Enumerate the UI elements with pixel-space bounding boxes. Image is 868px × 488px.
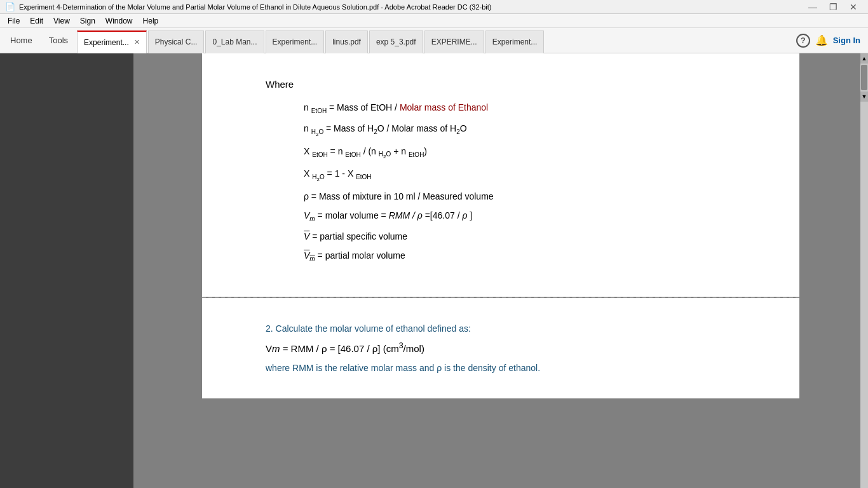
instruction-text: 2. Calculate the molar volume of ethanol… [266,323,749,334]
minimize-button[interactable]: — [803,0,822,14]
help-icon[interactable]: ? [796,34,810,48]
var-netoh: n EtOH = Mass of EtOH / Molar mass of Et… [304,102,488,114]
formula-line-1: n EtOH = Mass of EtOH / Molar mass of Et… [266,102,749,114]
var-vm: Vm = molar volume = RMM / ρ =[46.07 / ρ … [304,210,472,222]
tab-experime[interactable]: EXPERIME... [424,30,484,53]
tab-label: 0_Lab Man... [212,37,257,46]
var-vbar: V = partial specific volume [304,231,407,241]
titlebar-title: Experiment 4-Determination of the Molar … [19,3,492,11]
scroll-up-button[interactable]: ▲ [860,53,868,64]
toolbar-right: ? 🔔 Sign In [796,34,865,48]
tab-label: exp 5_3.pdf [376,37,416,46]
tab-experiment3[interactable]: Experiment... [485,30,545,53]
tab-label: EXPERIME... [431,37,477,46]
var-nh2o: n H2O = Mass of H2O / Molar mass of H2O [304,123,467,137]
app-icon: 📄 [5,2,15,11]
titlebar-buttons: — ❐ ✕ [803,0,863,14]
tab-exp53[interactable]: exp 5_3.pdf [369,30,423,53]
tab-labman[interactable]: 0_Lab Man... [205,30,264,53]
formula-line-5: ρ = Mass of mixture in 10 ml / Measured … [266,191,749,201]
tab-label: Experiment... [492,37,538,46]
formula-block: Vm = RMM / ρ = [46.07 / ρ] (cm3/mol) [266,341,749,354]
var-xetoh: X EtOH = n EtOH / (n H2O + n EtOH) [304,146,427,160]
tools-button[interactable]: Tools [41,29,76,52]
var-vmbar: Vm = partial molar volume [304,250,405,262]
scroll-thumb[interactable] [861,65,867,90]
scroll-down-button[interactable]: ▼ [860,92,868,102]
pdf-page-2: 2. Calculate the molar volume of ethanol… [202,298,799,398]
close-button[interactable]: ✕ [844,0,863,14]
titlebar: 📄 Experiment 4-Determination of the Mola… [0,0,868,14]
formula-line-3: X EtOH = n EtOH / (n H2O + n EtOH) [266,146,749,160]
menu-view[interactable]: View [48,15,75,27]
page-wrapper: Where n EtOH = Mass of EtOH / Molar mass… [133,53,868,488]
home-button[interactable]: Home [3,29,40,52]
formula-line-6: Vm = molar volume = RMM / ρ =[46.07 / ρ … [266,210,749,222]
toolbar: Home Tools Experiment... ✕ Physical C...… [0,28,868,53]
menu-sign[interactable]: Sign [75,15,100,27]
menu-window[interactable]: Window [100,15,138,27]
left-panel [0,53,133,488]
var-rho: ρ = Mass of mixture in 10 ml / Measured … [304,191,494,201]
tab-label: Experiment... [273,37,318,46]
where-heading: Where [266,79,749,90]
menu-edit[interactable]: Edit [25,15,48,27]
tab-experiment-active[interactable]: Experiment... ✕ [77,30,147,53]
formula-line-4: X H2O = 1 - X EtOH [266,168,749,182]
note-text: where RMM is the relative molar mass and… [266,363,749,373]
main-area: Where n EtOH = Mass of EtOH / Molar mass… [0,53,868,488]
pdf-page-1: Where n EtOH = Mass of EtOH / Molar mass… [202,53,799,297]
section-content: Where n EtOH = Mass of EtOH / Molar mass… [266,79,749,262]
tab-label: Experiment... [84,38,129,47]
maximize-button[interactable]: ❐ [824,0,843,14]
sign-in-button[interactable]: Sign In [833,36,860,45]
tab-linus[interactable]: linus.pdf [325,30,368,53]
pdf-area: Where n EtOH = Mass of EtOH / Molar mass… [133,53,868,488]
formula-line-8: Vm = partial molar volume [266,250,749,262]
formula-line-7: V = partial specific volume [266,231,749,241]
tab-label: linus.pdf [332,37,361,46]
menu-help[interactable]: Help [138,15,164,27]
titlebar-left: 📄 Experiment 4-Determination of the Mola… [5,2,492,11]
menu-file[interactable]: File [3,15,25,27]
tab-physical[interactable]: Physical C... [148,30,205,53]
menubar: File Edit View Sign Window Help [0,14,868,28]
bell-icon[interactable]: 🔔 [815,34,828,46]
tab-close-icon[interactable]: ✕ [134,38,140,46]
formula-line-2: n H2O = Mass of H2O / Molar mass of H2O [266,123,749,137]
var-xh2o: X H2O = 1 - X EtOH [304,168,372,182]
scrollbar[interactable]: ▲ ▼ [860,53,868,488]
tab-experiment2[interactable]: Experiment... [266,30,325,53]
tab-label: Physical C... [155,37,198,46]
